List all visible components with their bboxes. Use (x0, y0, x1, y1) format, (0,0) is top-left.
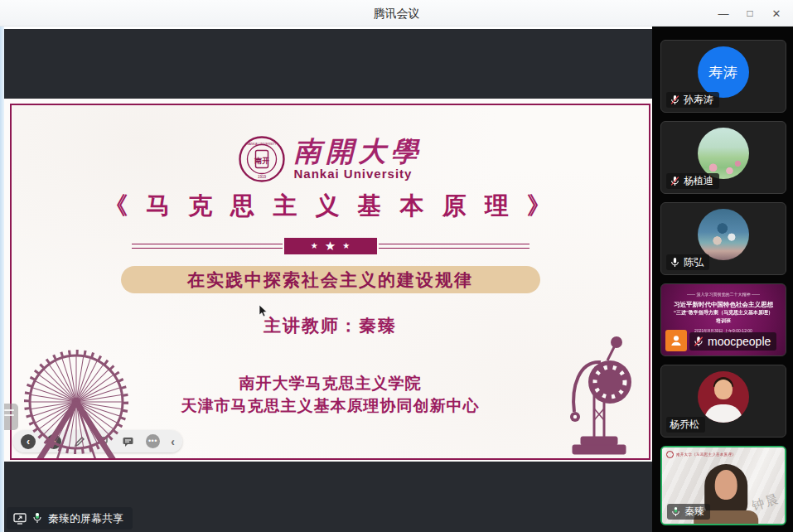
ferris-wheel-graphic (10, 349, 147, 460)
window-titlebar: 腾讯会议 — □ ✕ (0, 0, 793, 27)
mic-on-icon (670, 257, 680, 268)
svg-text:南开: 南开 (254, 157, 269, 165)
participant-name: 杨植迪 (684, 174, 713, 188)
participant-name: 孙寿涛 (684, 93, 713, 107)
window-edge-sliver (0, 27, 4, 532)
screen-share-icon (13, 513, 27, 525)
participant-name: moocpeople (708, 335, 771, 348)
shared-slide-preview: —— 深入学习贯彻党的二十大精神 —— 习近平新时代中国特色社会主义思想 “三进… (661, 292, 786, 335)
more-options-button[interactable]: ••• (146, 434, 160, 448)
participant-tile[interactable]: 杨植迪 (660, 121, 786, 194)
window-title: 腾讯会议 (0, 0, 793, 27)
mic-muted-icon (693, 336, 704, 347)
nankai-seal-icon: NANKAI UNIVERSITY 南开 1919 (238, 135, 286, 183)
presenter-badge-icon (665, 330, 687, 351)
mic-muted-icon (670, 176, 680, 186)
video-caption: 南开大学《马克思主义基本原理》 (666, 451, 736, 458)
stage-top-line (0, 27, 652, 29)
mouse-cursor (259, 304, 268, 321)
film-projector-graphic (558, 336, 641, 460)
participant-sidebar: 寿涛 孙寿涛 杨植迪 (652, 27, 793, 532)
star-icon: ★ (325, 238, 336, 254)
avatar (698, 128, 749, 179)
lecturer-line: 主讲教师：秦臻 (12, 314, 649, 337)
participant-tile[interactable]: 杨乔松 (660, 365, 786, 438)
participant-name: 陈弘 (684, 255, 704, 269)
divider-line-left (132, 244, 283, 249)
svg-text:NANKAI UNIVERSITY: NANKAI UNIVERSITY (247, 143, 278, 146)
nankai-english-name: Nankai University (294, 167, 423, 181)
screen-share-indicator: 秦臻的屏幕共享 (7, 507, 133, 530)
close-button[interactable]: ✕ (763, 0, 790, 27)
maximize-button[interactable]: □ (737, 0, 763, 27)
participant-tile[interactable]: 寿涛 孙寿涛 (660, 40, 786, 113)
slide-title: 《 马 克 思 主 义 基 本 原 理 》 (12, 190, 649, 223)
participant-tile[interactable]: 陈弘 (660, 202, 786, 275)
star-icon: ★ (311, 238, 318, 254)
presentation-slide: NANKAI UNIVERSITY 南开 1919 南開大學 Nankai Un… (10, 104, 650, 460)
participant-name: 秦臻 (684, 505, 704, 519)
participant-tile-active-speaker[interactable]: 南开大学《马克思主义基本原理》 钟晨 秦臻 (660, 446, 786, 525)
star-icon: ★ (342, 238, 350, 254)
nankai-logo: NANKAI UNIVERSITY 南开 1919 南開大學 Nankai Un… (12, 135, 649, 183)
mini-logo-icon (666, 451, 674, 458)
participant-tile[interactable]: —— 深入学习贯彻党的二十大精神 —— 习近平新时代中国特色社会主义思想 “三进… (660, 283, 786, 356)
nankai-calligraphy: 南開大學 (294, 138, 423, 166)
slide-subtitle-banner: 在实践中探索社会主义的建设规律 (121, 266, 540, 293)
star-divider-box: ★ ★ ★ (284, 238, 377, 254)
svg-text:1919: 1919 (257, 175, 266, 179)
minimize-button[interactable]: — (710, 0, 737, 27)
title-divider: ★ ★ ★ (132, 238, 529, 254)
screen-share-label: 秦臻的屏幕共享 (48, 511, 123, 526)
collapse-toolbar-button[interactable]: ‹ (171, 435, 175, 448)
share-mic-icon (32, 512, 42, 525)
shared-screen-stage: NANKAI UNIVERSITY 南开 1919 南開大學 Nankai Un… (0, 27, 652, 532)
divider-line-right (379, 244, 529, 249)
mic-active-icon (670, 506, 681, 517)
mic-muted-icon (670, 94, 680, 105)
avatar (698, 209, 749, 260)
avatar: 寿涛 (698, 46, 749, 98)
participant-name: 杨乔松 (670, 418, 699, 432)
tencent-meeting-window: 腾讯会议 — □ ✕ NANKAI UNIVERSITY 南开 1919 (0, 0, 793, 532)
avatar (698, 371, 749, 423)
